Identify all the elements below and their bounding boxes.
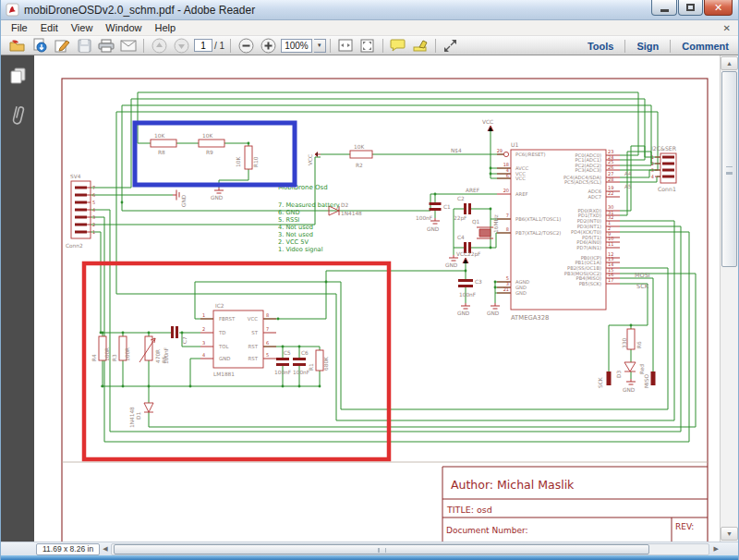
svg-text:GND: GND bbox=[181, 194, 187, 207]
svg-text:1: 1 bbox=[651, 154, 654, 160]
sticky-note-button[interactable] bbox=[388, 37, 408, 55]
svg-text:R1: R1 bbox=[309, 363, 314, 371]
menu-edit[interactable]: Edit bbox=[34, 21, 65, 34]
scroll-up-button[interactable]: ▲ bbox=[721, 56, 738, 70]
svg-text:R3: R3 bbox=[112, 354, 117, 361]
svg-text:16MHz: 16MHz bbox=[493, 214, 499, 233]
send-fill-sign-button[interactable] bbox=[52, 37, 72, 55]
svg-text:8: 8 bbox=[266, 312, 269, 318]
svg-text:VCC: VCC bbox=[308, 154, 313, 165]
close-button[interactable]: ✕ bbox=[704, 0, 733, 16]
menu-help[interactable]: Help bbox=[148, 21, 182, 34]
svg-text:22: 22 bbox=[608, 190, 613, 196]
fit-width-icon bbox=[338, 39, 353, 52]
vertical-scrollbar[interactable]: ▲ ▼ bbox=[720, 55, 738, 542]
u1-pin-names: PC6(/RESET) AVCC VCC VCC AREF PB6(XTAL1/… bbox=[515, 152, 601, 296]
minimize-button[interactable] bbox=[651, 0, 677, 16]
svg-text:AREF: AREF bbox=[466, 188, 479, 193]
svg-text:PC3(ADC3): PC3(ADC3) bbox=[575, 167, 601, 173]
tools-button[interactable]: Tools bbox=[576, 41, 625, 52]
net-wires bbox=[91, 92, 696, 442]
svg-text:I2C&SER: I2C&SER bbox=[651, 145, 677, 152]
svg-text:100nF: 100nF bbox=[416, 215, 432, 221]
fit-page-button[interactable] bbox=[357, 37, 378, 55]
menu-file[interactable]: File bbox=[5, 21, 34, 34]
adobe-reader-window: mobiDroneOSDv2.0_schm.pdf - Adobe Reader… bbox=[0, 0, 739, 560]
svg-text:5: 5 bbox=[92, 200, 95, 205]
scroll-left-button[interactable]: ◀ bbox=[103, 545, 107, 553]
down-arrow-icon bbox=[174, 38, 189, 54]
cloud-download-icon bbox=[32, 38, 47, 53]
horizontal-scrollbar[interactable] bbox=[111, 543, 709, 555]
svg-text:VCC: VCC bbox=[482, 119, 493, 125]
email-button[interactable] bbox=[118, 37, 139, 55]
navigation-sidebar bbox=[1, 55, 34, 542]
scroll-right-button[interactable]: ▶ bbox=[714, 545, 719, 553]
svg-text:100nF: 100nF bbox=[459, 292, 476, 298]
svg-text:2. VCC 5V: 2. VCC 5V bbox=[278, 238, 309, 246]
svg-text:MISO: MISO bbox=[644, 374, 649, 388]
page-count-label: / 1 bbox=[214, 41, 224, 51]
maximize-button[interactable] bbox=[678, 0, 703, 16]
zoom-out-button[interactable] bbox=[236, 37, 256, 55]
svg-text:470R: 470R bbox=[155, 349, 161, 363]
previous-page-button[interactable] bbox=[149, 37, 169, 55]
svg-text:D1: D1 bbox=[136, 412, 141, 420]
document-close-icon[interactable]: ✕ bbox=[723, 23, 731, 33]
print-button[interactable] bbox=[96, 37, 116, 55]
horizontal-scroll-thumb[interactable] bbox=[114, 544, 649, 554]
svg-text:22pF: 22pF bbox=[454, 215, 466, 222]
svg-text:ADC7: ADC7 bbox=[588, 194, 601, 200]
svg-text:RST: RST bbox=[248, 344, 259, 349]
fit-width-button[interactable] bbox=[335, 37, 356, 55]
toolbar: / 1 100% ▼ bbox=[1, 36, 738, 55]
scroll-down-button[interactable]: ▼ bbox=[721, 527, 738, 541]
svg-text:6: 6 bbox=[266, 340, 269, 346]
vertical-scroll-thumb[interactable] bbox=[721, 71, 737, 267]
svg-text:11: 11 bbox=[608, 241, 613, 247]
title-bar[interactable]: mobiDroneOSDv2.0_schm.pdf - Adobe Reader… bbox=[1, 0, 738, 20]
svg-text:VCC: VCC bbox=[248, 316, 258, 322]
attachments-paperclip-icon[interactable] bbox=[9, 103, 26, 128]
svg-text:C7: C7 bbox=[182, 336, 188, 344]
document-page[interactable]: SV4 Conn2 10KR8 10KR9 10K R10 GND GND 10… bbox=[34, 55, 720, 542]
svg-text:GND: GND bbox=[623, 387, 636, 393]
svg-text:LM1881: LM1881 bbox=[213, 371, 235, 377]
page-thumbnails-icon[interactable] bbox=[9, 67, 28, 85]
save-online-button[interactable] bbox=[30, 37, 50, 55]
fullscreen-button[interactable] bbox=[441, 37, 461, 55]
next-page-button[interactable] bbox=[171, 37, 191, 55]
svg-text:Q1: Q1 bbox=[472, 219, 480, 225]
svg-text:1: 1 bbox=[202, 312, 205, 318]
open-button[interactable] bbox=[7, 37, 28, 55]
highlighter-icon bbox=[412, 39, 429, 52]
sign-button[interactable]: Sign bbox=[625, 41, 670, 52]
svg-text:TD: TD bbox=[218, 330, 225, 335]
svg-text:GND: GND bbox=[427, 226, 440, 232]
author-label: Author: Michal Maslik bbox=[451, 478, 575, 492]
svg-text:10K: 10K bbox=[236, 157, 241, 167]
highlight-text-button[interactable] bbox=[410, 37, 430, 55]
compose-pen-icon bbox=[55, 39, 70, 53]
expand-arrows-icon bbox=[443, 39, 457, 53]
window-bottom-border bbox=[1, 555, 738, 560]
minus-circle-icon bbox=[238, 38, 254, 54]
svg-text:28: 28 bbox=[608, 177, 613, 182]
svg-text:C4: C4 bbox=[457, 235, 465, 240]
menu-view[interactable]: View bbox=[65, 21, 100, 34]
svg-text:U1: U1 bbox=[511, 141, 519, 148]
menu-window[interactable]: Window bbox=[99, 21, 148, 34]
page-number-input[interactable] bbox=[194, 39, 212, 52]
svg-text:17: 17 bbox=[608, 277, 613, 283]
svg-text:TOL: TOL bbox=[218, 344, 229, 349]
comment-button[interactable]: Comment bbox=[671, 41, 731, 52]
zoom-dropdown-button[interactable]: ▼ bbox=[314, 39, 326, 53]
svg-text:5: 5 bbox=[266, 352, 269, 358]
save-button[interactable] bbox=[74, 37, 94, 55]
zoom-level-value[interactable]: 100% bbox=[281, 39, 312, 53]
schematic-canvas: SV4 Conn2 10KR8 10KR9 10K R10 GND GND 10… bbox=[34, 55, 720, 542]
zoom-in-button[interactable] bbox=[258, 37, 278, 55]
svg-text:GND: GND bbox=[457, 310, 470, 316]
svg-text:100R: 100R bbox=[125, 347, 130, 361]
svg-text:PC5(ADC5/SCL): PC5(ADC5/SCL) bbox=[564, 179, 601, 185]
